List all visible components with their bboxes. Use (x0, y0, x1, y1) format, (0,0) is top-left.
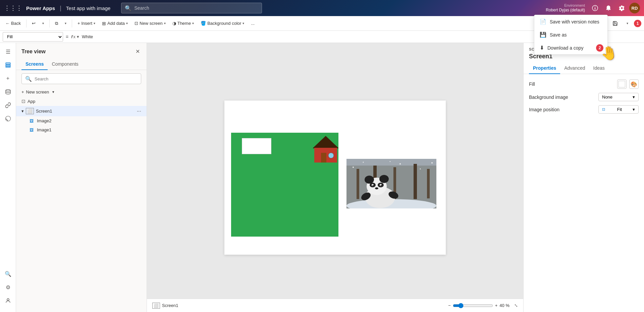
canvas-area[interactable]: ⬜ Screen1 − + 40 % ⤡ (147, 43, 523, 312)
download-copy-item[interactable]: ⬇ Download a copy 2 🤚 (534, 41, 607, 54)
fill-property-label: Fill (529, 81, 535, 87)
formula-fx-icon[interactable]: fx ▾ (71, 34, 79, 39)
toolbar-sep-2 (49, 19, 50, 27)
tree-item-screen1[interactable]: ▾ ⬜ Screen1 ··· (16, 106, 147, 116)
tab-advanced[interactable]: Advanced (560, 63, 589, 74)
tree-new-screen-button[interactable]: + New screen ▾ (16, 87, 147, 97)
svg-rect-2 (595, 7, 595, 10)
nav-bell-icon[interactable] (602, 2, 614, 14)
tree-item-image2[interactable]: 🖼 Image2 (16, 116, 147, 125)
right-panel: SCREEN ? Screen1 Properties Advanced Ide… (523, 43, 644, 312)
canvas-frame (224, 101, 446, 255)
copy-chevron[interactable]: ▾ (62, 20, 69, 26)
svg-point-15 (328, 153, 334, 158)
save-chevron-icon[interactable]: ▾ (622, 18, 633, 29)
save-dropdown-menu: 📄 Save with version notes 💾 Save as ⬇ Do… (534, 15, 608, 55)
canvas-house[interactable] (313, 136, 338, 164)
tree-search-box[interactable]: 🔍 (21, 73, 141, 84)
undo-button[interactable]: ↩ (29, 19, 38, 27)
tab-components[interactable]: Components (48, 59, 82, 70)
copy-button[interactable]: ⧉ (52, 19, 61, 27)
svg-point-39 (399, 163, 401, 165)
background-image-select[interactable]: None ▾ (598, 93, 639, 101)
copy-icon: ⧉ (55, 21, 58, 26)
svg-point-42 (390, 161, 391, 162)
save-badge[interactable]: 1 (634, 20, 641, 27)
sidebar-hamburger-icon[interactable]: ☰ (2, 46, 14, 58)
svg-point-34 (375, 187, 378, 189)
tree-tabs: Screens Components (16, 59, 147, 70)
zoom-plus-button[interactable]: + (495, 303, 498, 308)
add-data-icon: ⊞ (102, 21, 106, 26)
svg-rect-18 (357, 169, 359, 199)
sidebar-insert-icon[interactable]: + (2, 72, 14, 84)
tree-search-input[interactable] (35, 76, 138, 81)
panda-svg (346, 159, 436, 208)
save-as-item[interactable]: 💾 Save as (534, 28, 607, 41)
svg-point-11 (7, 299, 9, 301)
nav-search-box[interactable]: 🔍 (121, 3, 262, 13)
back-button[interactable]: ← Back (3, 19, 23, 27)
theme-button[interactable]: ◑ Theme ▾ (170, 19, 197, 27)
plus-icon: + (77, 21, 80, 26)
tab-properties[interactable]: Properties (529, 63, 560, 74)
tab-screens[interactable]: Screens (21, 59, 48, 70)
screen-indicator: ⬜ Screen1 (152, 303, 178, 309)
nav-brand: Power Apps (26, 5, 55, 11)
user-avatar[interactable]: RD (629, 3, 640, 13)
fill-property-row: Fill 🎨 (529, 79, 639, 89)
tree-header: Tree view ✕ (16, 43, 147, 59)
tab-ideas[interactable]: Ideas (589, 63, 609, 74)
sidebar-connections-icon[interactable] (2, 99, 14, 111)
zoom-expand-icon[interactable]: ⤡ (514, 303, 518, 308)
undo-chevron[interactable]: ▾ (40, 20, 47, 26)
fill-color-picker-icon[interactable]: 🎨 (629, 79, 639, 89)
image2-icon: 🖼 (30, 119, 34, 123)
grid-icon[interactable]: ⋮⋮⋮ (4, 4, 22, 12)
sidebar-layers-icon[interactable] (2, 59, 14, 71)
insert-button[interactable]: + Insert ▾ (75, 19, 98, 27)
nav-divider: | (60, 5, 61, 12)
nav-settings-icon[interactable] (616, 2, 628, 14)
svg-rect-8 (6, 65, 10, 66)
canvas-panda-image[interactable] (346, 159, 436, 208)
sidebar-data-icon[interactable] (2, 86, 14, 98)
theme-chevron-icon: ▾ (192, 21, 194, 25)
save-button[interactable] (610, 18, 621, 29)
save-with-notes-item[interactable]: 📄 Save with version notes (534, 15, 607, 28)
screen1-more-icon[interactable]: ··· (137, 108, 141, 114)
fill-color-swatch[interactable] (617, 79, 627, 89)
sidebar-theme-icon[interactable] (2, 113, 14, 125)
new-screen-icon: ⊡ (135, 21, 138, 26)
svg-point-41 (431, 162, 433, 164)
zoom-slider[interactable] (453, 303, 493, 308)
top-nav: ⋮⋮⋮ Power Apps | Test app with image 🔍 E… (0, 0, 644, 16)
zoom-percent-label: 40 % (499, 303, 509, 308)
screen-indicator-icon: ⬜ (152, 303, 160, 309)
svg-point-38 (363, 162, 364, 163)
tree-close-button[interactable]: ✕ (134, 47, 141, 56)
background-color-icon: 🪣 (201, 21, 206, 26)
toolbar-sep-1 (26, 19, 26, 27)
save-as-icon: 💾 (540, 32, 546, 38)
tree-item-app[interactable]: ⊡ App (16, 97, 147, 106)
add-data-button[interactable]: ⊞ Add data ▾ (99, 19, 130, 27)
background-image-row: Background image None ▾ (529, 93, 639, 101)
sidebar-search-icon[interactable]: 🔍 (2, 268, 14, 280)
canvas-white-rect[interactable] (242, 138, 271, 154)
screen-collapse-icon: ▾ (21, 109, 24, 114)
nav-help-icon[interactable] (589, 2, 601, 14)
new-screen-button[interactable]: ⊡ New screen ▾ (132, 19, 168, 27)
image-position-select[interactable]: ⊡ Fit ▾ (598, 105, 639, 114)
zoom-minus-button[interactable]: − (448, 303, 451, 308)
image-position-icon: ⊡ (602, 107, 605, 112)
nav-search-input[interactable] (134, 5, 258, 11)
background-color-button[interactable]: 🪣 Background color ▾ (198, 19, 247, 27)
save-notes-icon: 📄 (540, 18, 546, 25)
sidebar-user-icon[interactable] (2, 295, 14, 307)
property-select[interactable]: Fill (3, 32, 63, 42)
more-button[interactable]: ... (248, 19, 257, 27)
tree-item-image1[interactable]: 🖼 Image1 (16, 125, 147, 134)
back-arrow-icon: ← (5, 21, 10, 26)
sidebar-settings-icon[interactable]: ⚙ (2, 281, 14, 293)
